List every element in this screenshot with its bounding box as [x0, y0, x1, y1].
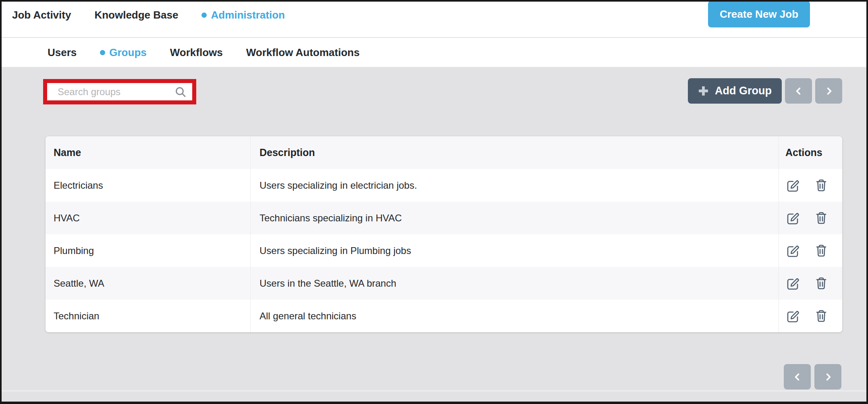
edit-group-button[interactable] — [785, 308, 801, 324]
pagination-next-button-top[interactable] — [815, 78, 842, 104]
delete-group-button[interactable] — [814, 243, 829, 258]
cell-group-description: Users specializing in electrician jobs. — [250, 169, 779, 202]
cell-actions — [779, 300, 842, 332]
top-nav-items: Job Activity Knowledge Base Administrati… — [12, 6, 285, 24]
tab-users[interactable]: Users — [48, 46, 77, 59]
cell-actions — [779, 202, 842, 234]
groups-table: Name Description Actions Electricians Us… — [46, 136, 842, 332]
cell-group-description: Users in the Seattle, WA branch — [250, 267, 779, 300]
plus-icon — [698, 85, 709, 96]
add-group-label: Add Group — [715, 85, 772, 97]
cell-group-description: Users specializing in Plumbing jobs — [250, 234, 779, 267]
nav-item-administration-label: Administration — [211, 9, 284, 21]
top-nav: Job Activity Knowledge Base Administrati… — [2, 2, 866, 37]
trash-icon — [814, 276, 829, 291]
pagination-next-button-bottom[interactable] — [814, 364, 841, 389]
table-row: Electricians Users specializing in elect… — [46, 169, 842, 202]
delete-group-button[interactable] — [814, 178, 829, 193]
edit-group-button[interactable] — [785, 178, 801, 193]
trash-icon — [814, 178, 829, 193]
trash-icon — [814, 210, 829, 226]
active-dot-icon — [201, 12, 207, 18]
delete-group-button[interactable] — [814, 210, 829, 226]
edit-icon — [785, 276, 801, 291]
create-new-job-button[interactable]: Create New Job — [708, 2, 810, 27]
tab-groups[interactable]: Groups — [100, 46, 146, 59]
nav-item-job-activity[interactable]: Job Activity — [12, 9, 71, 21]
nav-item-administration[interactable]: Administration — [201, 9, 284, 21]
edit-group-button[interactable] — [785, 210, 801, 226]
edit-group-button[interactable] — [785, 243, 801, 258]
tab-groups-label: Groups — [109, 46, 146, 59]
search-icon — [174, 86, 187, 98]
table-row: Technician All general technicians — [46, 300, 842, 332]
annotation-highlight — [43, 79, 196, 104]
edit-icon — [785, 210, 801, 226]
tab-workflows[interactable]: Workflows — [170, 46, 223, 59]
chevron-right-icon — [823, 85, 835, 97]
table-row: Seattle, WA Users in the Seattle, WA bra… — [46, 267, 842, 300]
content-area: Add Group Name Description Actions — [2, 67, 866, 402]
cell-actions — [779, 234, 842, 267]
tab-workflow-automations[interactable]: Workflow Automations — [246, 46, 360, 59]
cell-group-name: Electricians — [46, 180, 250, 191]
delete-group-button[interactable] — [814, 308, 829, 324]
cell-group-name: HVAC — [46, 212, 250, 224]
cell-group-name: Seattle, WA — [46, 278, 250, 289]
chevron-right-icon — [822, 371, 834, 383]
nav-item-knowledge-base[interactable]: Knowledge Base — [94, 9, 178, 21]
table-row: Plumbing Users specializing in Plumbing … — [46, 234, 842, 267]
chevron-left-icon — [792, 371, 803, 383]
footer-divider — [2, 390, 866, 392]
cell-group-name: Plumbing — [46, 245, 250, 256]
add-group-button[interactable]: Add Group — [688, 78, 782, 104]
pagination-prev-button-bottom[interactable] — [784, 364, 811, 389]
search-group-field — [47, 83, 192, 100]
edit-icon — [785, 308, 801, 324]
search-input[interactable] — [47, 83, 192, 100]
trash-icon — [814, 308, 829, 324]
active-dot-icon — [100, 50, 105, 55]
admin-sub-nav: Users Groups Workflows Workflow Automati… — [2, 38, 866, 67]
table-header-row: Name Description Actions — [46, 136, 842, 169]
edit-group-button[interactable] — [785, 276, 801, 291]
delete-group-button[interactable] — [814, 276, 829, 291]
cell-group-description: All general technicians — [250, 300, 779, 332]
cell-group-name: Technician — [46, 310, 250, 322]
trash-icon — [814, 243, 829, 258]
pagination-prev-button-top[interactable] — [785, 78, 812, 104]
column-header-actions: Actions — [779, 136, 842, 169]
app-window: Job Activity Knowledge Base Administrati… — [2, 2, 866, 402]
column-header-name: Name — [46, 147, 250, 158]
chevron-left-icon — [793, 85, 804, 97]
edit-icon — [785, 178, 801, 193]
cell-actions — [779, 169, 842, 202]
edit-icon — [785, 243, 801, 258]
cell-actions — [779, 267, 842, 300]
cell-group-description: Technicians specializing in HVAC — [250, 202, 779, 234]
table-row: HVAC Technicians specializing in HVAC — [46, 202, 842, 234]
column-header-description: Description — [250, 136, 779, 169]
